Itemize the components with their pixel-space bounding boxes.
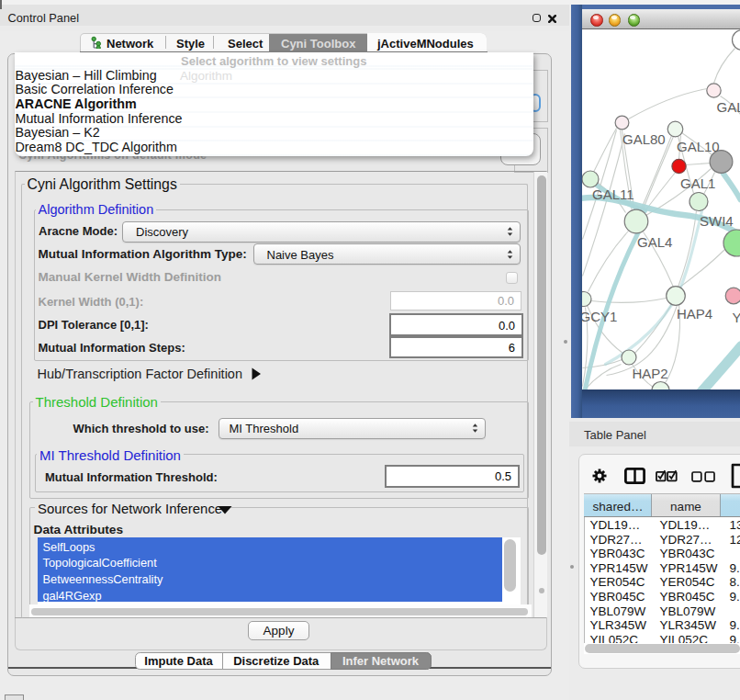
svg-text:SWI4: SWI4 [700,213,734,229]
svg-text:GAL1: GAL1 [680,175,715,190]
svg-text:GAL80: GAL80 [622,131,666,147]
svg-text:GAL11: GAL11 [592,186,634,202]
svg-text:GAL10: GAL10 [677,138,720,153]
svg-text:GAL4: GAL4 [637,233,672,249]
svg-text:GCY1: GCY1 [582,309,617,324]
svg-text:HAP2: HAP2 [632,366,667,381]
svg-text:Y: Y [732,309,740,324]
svg-text:HAP4: HAP4 [677,306,712,322]
svg-text:GAL2: GAL2 [716,98,740,114]
